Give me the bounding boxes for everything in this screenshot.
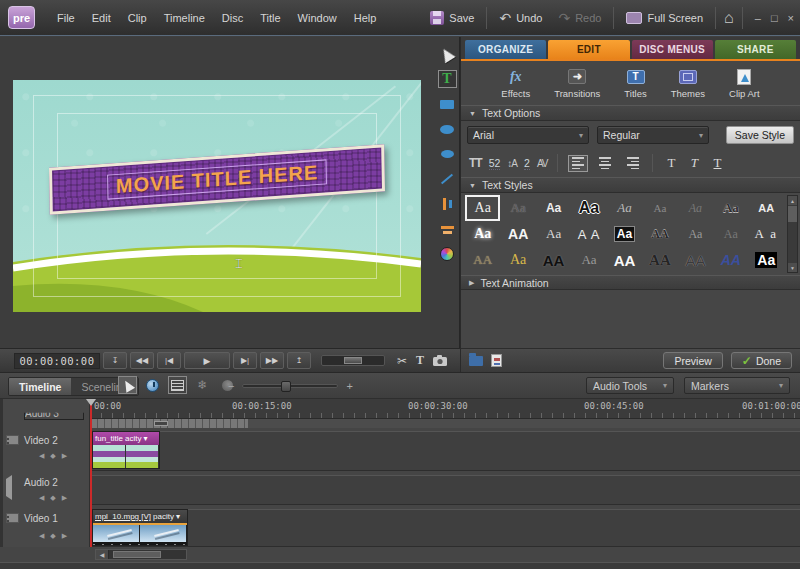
- text-options-header[interactable]: ▼Text Options: [461, 105, 800, 121]
- menu-window[interactable]: Window: [298, 12, 337, 24]
- current-time-indicator[interactable]: [90, 399, 92, 547]
- tab-share[interactable]: SHARE: [715, 40, 796, 59]
- selection-tool-button[interactable]: [118, 376, 137, 394]
- clip-mpl-10[interactable]: mpl_10.mpg [V]pacity▾: [92, 509, 188, 546]
- markers-dropdown[interactable]: Markers▾: [684, 377, 790, 394]
- vertical-align-tool[interactable]: [438, 195, 457, 213]
- font-family-select[interactable]: Arial▾: [467, 126, 589, 144]
- text-style-swatch[interactable]: Aa: [678, 195, 713, 221]
- split-clip-button[interactable]: ✂: [397, 354, 407, 368]
- undo-button[interactable]: ↶Undo: [495, 9, 546, 27]
- text-style-swatch[interactable]: AA: [642, 221, 677, 247]
- text-animation-header[interactable]: ▶Text Animation: [461, 275, 800, 290]
- text-style-swatch[interactable]: Aa: [749, 247, 784, 273]
- text-style-swatch[interactable]: AA: [642, 247, 677, 273]
- clip-fun-title[interactable]: fun_titleacity▾: [92, 431, 160, 469]
- scrollbar-thumb[interactable]: [788, 206, 797, 222]
- text-style-swatch[interactable]: Aa: [571, 247, 606, 273]
- work-area-grip[interactable]: [154, 421, 168, 426]
- text-style-swatch[interactable]: Aa: [465, 221, 500, 247]
- text-style-swatch[interactable]: Aa: [678, 221, 713, 247]
- shuttle-thumb[interactable]: [344, 357, 362, 364]
- time-ruler[interactable]: 00:00 00:00:15:00 00:00:30:00 00:00:45:0…: [90, 399, 800, 419]
- video-preview[interactable]: MOVIE TITLE HERE ⌶: [13, 80, 421, 312]
- previous-edit-button[interactable]: ↧: [103, 352, 127, 369]
- text-style-swatch[interactable]: Aa: [713, 195, 748, 221]
- home-button[interactable]: ⌂: [724, 11, 734, 25]
- redo-button[interactable]: ↷Redo: [554, 9, 605, 27]
- tab-edit[interactable]: EDIT: [548, 40, 629, 59]
- text-style-swatch[interactable]: Aa: [536, 195, 571, 221]
- menu-title[interactable]: Title: [260, 12, 280, 24]
- tab-organize[interactable]: ORGANIZE: [465, 40, 546, 59]
- scroll-up-icon[interactable]: ▲: [788, 196, 797, 205]
- subnav-clip-art[interactable]: Clip Art: [729, 68, 760, 99]
- new-folder-icon[interactable]: [469, 356, 483, 366]
- text-style-swatch[interactable]: AA: [678, 247, 713, 273]
- track-label-audio3[interactable]: Audio 3: [24, 407, 84, 420]
- text-style-swatch[interactable]: Aa: [571, 195, 606, 221]
- work-area-bar[interactable]: [90, 419, 800, 428]
- menu-clip[interactable]: Clip: [128, 12, 147, 24]
- audio-tools-dropdown[interactable]: Audio Tools▾: [586, 377, 674, 394]
- subnav-transitions[interactable]: ➜Transitions: [554, 68, 600, 99]
- subnav-effects[interactable]: fxEffects: [501, 68, 530, 99]
- text-style-swatch[interactable]: AA: [713, 247, 748, 273]
- fast-forward-button[interactable]: ▶▶: [260, 352, 284, 369]
- text-style-swatch[interactable]: AA: [536, 247, 571, 273]
- track-label-audio2[interactable]: Audio 2: [24, 477, 84, 488]
- new-item-icon[interactable]: [491, 354, 502, 367]
- shuttle-slider[interactable]: [321, 355, 385, 366]
- ellipse-tool[interactable]: [438, 145, 457, 163]
- tab-disc-menus[interactable]: DISC MENUS: [632, 40, 713, 59]
- line-tool[interactable]: [438, 170, 457, 188]
- timecode-display[interactable]: 00:00:00:00: [14, 353, 100, 369]
- text-style-swatch[interactable]: AA: [500, 221, 535, 247]
- save-style-button[interactable]: Save Style: [726, 126, 794, 144]
- properties-button[interactable]: [168, 376, 187, 394]
- menu-disc[interactable]: Disc: [222, 12, 243, 24]
- play-button[interactable]: ▶: [184, 352, 230, 369]
- rounded-rectangle-tool[interactable]: [438, 120, 457, 138]
- text-styles-header[interactable]: ▼Text Styles: [461, 177, 800, 193]
- zoom-slider-thumb[interactable]: [281, 381, 291, 392]
- text-style-swatch[interactable]: Aa: [465, 195, 500, 221]
- menu-file[interactable]: File: [57, 12, 75, 24]
- zoom-in-button[interactable]: +: [346, 380, 352, 392]
- title-text[interactable]: MOVIE TITLE HERE: [107, 159, 328, 199]
- tab-timeline[interactable]: Timeline: [9, 378, 71, 395]
- selection-tool[interactable]: [438, 45, 457, 63]
- restore-button[interactable]: □: [771, 12, 778, 24]
- freeze-frame-button[interactable]: [433, 355, 447, 366]
- next-edit-button[interactable]: ↥: [287, 352, 311, 369]
- subnav-titles[interactable]: TTitles: [624, 68, 646, 99]
- text-style-swatch[interactable]: A A: [571, 221, 606, 247]
- text-style-swatch[interactable]: Aa: [713, 221, 748, 247]
- text-style-swatch[interactable]: Aa: [536, 221, 571, 247]
- save-button[interactable]: Save: [426, 8, 478, 28]
- text-style-swatch[interactable]: Aa: [642, 195, 677, 221]
- zoom-slider[interactable]: [242, 384, 338, 388]
- close-button[interactable]: ×: [788, 12, 794, 24]
- scrollbar-thumb[interactable]: [113, 551, 161, 558]
- font-size-value[interactable]: 52: [489, 157, 501, 170]
- text-style-swatch[interactable]: AA: [749, 195, 784, 221]
- leading-value[interactable]: 2: [524, 157, 530, 170]
- type-tool[interactable]: T: [438, 70, 457, 88]
- time-stretch-tool-button[interactable]: [143, 376, 162, 394]
- bold-button[interactable]: T: [663, 155, 679, 171]
- menu-edit[interactable]: Edit: [92, 12, 111, 24]
- text-style-swatch[interactable]: Aa: [500, 247, 535, 273]
- keyframe-nav-icon[interactable]: ◀ ◆ ▶: [24, 532, 84, 540]
- align-left-button[interactable]: [568, 155, 588, 172]
- scroll-down-icon[interactable]: ▼: [788, 263, 797, 272]
- effects-tool-button[interactable]: ❄: [193, 376, 212, 394]
- menu-timeline[interactable]: Timeline: [164, 12, 205, 24]
- minimize-button[interactable]: –: [755, 12, 761, 24]
- step-back-button[interactable]: |◀: [157, 352, 181, 369]
- rectangle-tool[interactable]: [438, 95, 457, 113]
- preview-button[interactable]: Preview: [663, 352, 722, 369]
- track-audio2-row[interactable]: [90, 475, 800, 505]
- keyframe-nav-icon[interactable]: ◀ ◆ ▶: [24, 452, 84, 460]
- track-label-video2[interactable]: Video 2: [24, 435, 84, 446]
